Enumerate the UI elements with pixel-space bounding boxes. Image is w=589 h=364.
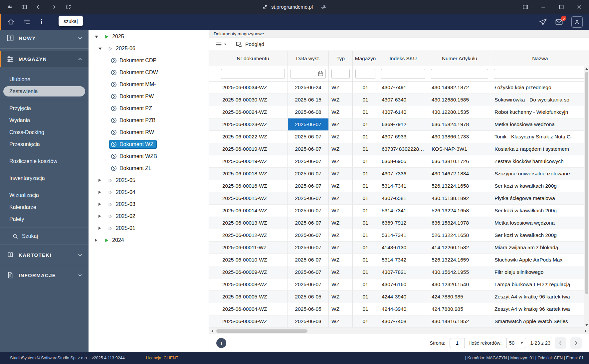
cell-indeks-sku[interactable]: 4307-6340 (378, 94, 428, 106)
cell-typ[interactable]: WZ (329, 143, 353, 155)
cell-data-wyst[interactable]: 2025-06-07 (288, 254, 329, 266)
cell-indeks-sku[interactable]: 4307-7336 (378, 168, 428, 180)
cell-indeks-sku[interactable]: 4143-6130 (378, 242, 428, 254)
cell-nazwa[interactable]: Ser kozi w kawałkach 200g (491, 180, 589, 192)
sidebar-section-informacje[interactable]: INFORMACJE (0, 268, 89, 283)
cell-data-wyst[interactable]: 2025-06-07 (288, 118, 329, 130)
cell-magazyn[interactable]: 01 (353, 303, 378, 315)
cell-data-wyst[interactable]: 2025-06-05 (288, 291, 329, 303)
cell-indeks-sku[interactable]: 5314-7342 (378, 254, 428, 266)
tune-icon[interactable] (321, 4, 326, 10)
row-selector-cell[interactable] (209, 266, 218, 278)
table-row[interactable]: 2025-06-00005-WZ2025-06-05WZ014244-39404… (209, 291, 589, 303)
cell-magazyn[interactable]: 01 (353, 168, 378, 180)
user-button[interactable] (571, 16, 583, 28)
table-row[interactable]: 2025-06-00030-WZ2025-06-15WZ014307-63404… (209, 94, 589, 106)
tree-item-dokument-pzb[interactable]: Dokument PZB (89, 114, 209, 126)
close-icon[interactable] (576, 4, 582, 10)
column-header-data-wyst[interactable]: Data wyst. (288, 51, 329, 66)
cell-indeks-sku[interactable]: 5314-7341 (378, 205, 428, 217)
cell-magazyn[interactable]: 01 (353, 131, 378, 143)
sidebar-item-zestawienia[interactable]: Zestawienia (3, 86, 85, 96)
cell-nazwa[interactable]: Lampa biurkowa LED z regulacją (491, 278, 589, 290)
table-row[interactable]: 2025-06-00003-WZ2025-06-03WZ014307-74084… (209, 315, 589, 328)
cell-nr-dokumentu[interactable]: 2025-06-00005-WZ (218, 291, 288, 303)
cell-indeks-sku[interactable]: 4307-7491 (378, 82, 428, 93)
tree-collapse-arrow-icon[interactable] (98, 215, 105, 218)
row-selector-cell[interactable] (209, 303, 218, 315)
row-selector-cell[interactable] (209, 106, 218, 118)
cell-magazyn[interactable]: 01 (353, 278, 378, 290)
cell-data-wyst[interactable]: 2025-06-15 (288, 94, 329, 106)
row-selector-cell[interactable] (209, 155, 218, 167)
sidebar-item-kalendarze[interactable]: Kalendarze (0, 201, 89, 213)
tree-item-2025-05[interactable]: 2025-05 (89, 174, 209, 186)
cell-data-wyst[interactable]: 2025-06-07 (288, 217, 329, 229)
cell-nr-dokumentu[interactable]: 2025-06-00019-WZ (218, 155, 288, 167)
next-page-button[interactable] (570, 337, 582, 349)
row-selector-cell[interactable] (209, 217, 218, 229)
column-header-nazwa[interactable]: Nazwa (491, 51, 589, 66)
cell-numer-artykulu[interactable]: 636.15824.1978 (428, 118, 491, 130)
cell-magazyn[interactable]: 01 (353, 254, 378, 266)
cell-nazwa[interactable]: Zeszyt A4 w kratkę 96 kartek twa (491, 303, 589, 315)
records-per-page-select[interactable]: 50 (506, 338, 526, 348)
table-row[interactable]: 2025-06-00014-WZ2025-06-07WZ015314-73415… (209, 205, 589, 217)
cell-numer-artykulu[interactable]: 430.14982.1872 (428, 82, 491, 93)
cell-data-wyst[interactable]: 2025-06-07 (288, 229, 329, 241)
cell-numer-artykulu[interactable]: 636.13810.1726 (428, 155, 491, 167)
tree-item-2025-06[interactable]: 2025-06 (89, 43, 209, 55)
cell-typ[interactable]: WZ (329, 254, 353, 266)
table-row[interactable]: 2025-06-00019-WZ2025-06-07WZ016368-69056… (209, 155, 589, 168)
column-header-magazyn[interactable]: Magazyn (353, 51, 378, 66)
tree-item-dokument-pz[interactable]: Dokument PZ (89, 102, 209, 114)
cell-nazwa[interactable]: Łożysko koła przedniego (491, 82, 589, 93)
cell-typ[interactable]: WZ (329, 205, 353, 217)
cell-typ[interactable]: WZ (329, 315, 353, 327)
table-row[interactable]: 2025-06-00023-WZ2025-06-07WZ016369-79126… (209, 118, 589, 131)
cell-indeks-sku[interactable]: 4307-6160 (378, 278, 428, 290)
cell-nazwa[interactable]: Robot kuchenny - Wielofunkcyjn (491, 106, 589, 118)
cell-nr-dokumentu[interactable]: 2025-06-00018-WZ (218, 168, 288, 180)
tree-item-dokument-cdp[interactable]: Dokument CDP (89, 55, 209, 67)
cell-typ[interactable]: WZ (329, 192, 353, 204)
horizontal-scrollbar-thumb[interactable] (216, 329, 307, 333)
cell-nazwa[interactable]: Miara zwijana 5m z blokadą (491, 242, 589, 254)
table-row[interactable]: 2025-06-00013-WZ2025-06-07WZ016369-79126… (209, 217, 589, 229)
cell-numer-artykulu[interactable]: 430.14672.1834 (428, 168, 491, 180)
sidebar-item-szukaj[interactable]: Szukaj (0, 230, 89, 242)
sidebar-item-rozliczenie-kosztow[interactable]: Rozliczenie kosztów (0, 155, 89, 167)
cell-numer-artykulu[interactable]: 414.12260.1532 (428, 242, 491, 254)
cell-data-wyst[interactable]: 2025-06-07 (288, 180, 329, 192)
filter-input-magazyn[interactable] (355, 69, 375, 79)
cell-nr-dokumentu[interactable]: 2025-06-00015-WZ (218, 192, 288, 204)
cell-data-wyst[interactable]: 2025-06-07 (288, 131, 329, 143)
scroll-up-icon[interactable] (584, 67, 589, 71)
sidebar-section-magazyn[interactable]: MAGAZYN (0, 51, 89, 67)
cell-nr-dokumentu[interactable]: 2025-06-00023-WZ (218, 118, 288, 130)
table-row[interactable]: 2025-06-00015-WZ2025-06-07WZ014307-65814… (209, 192, 589, 205)
cell-typ[interactable]: WZ (329, 266, 353, 278)
cell-numer-artykulu[interactable]: 636.15824.1978 (428, 217, 491, 229)
filter-input-data-wyst[interactable] (291, 69, 326, 79)
preview-button[interactable]: Podgląd (236, 41, 264, 48)
cell-nazwa[interactable]: Szczypce uniwersalne izolowane (491, 168, 589, 180)
nav-tree-icon[interactable] (23, 18, 31, 26)
cell-numer-artykulu[interactable]: 424.7880.985 (428, 303, 491, 315)
cell-data-wyst[interactable]: 2025-06-07 (288, 192, 329, 204)
scroll-right-icon[interactable] (583, 328, 588, 334)
table-row[interactable]: 2025-06-00012-WZ2025-06-07WZ015314-73415… (209, 229, 589, 242)
sidebar-item-przesuniecia[interactable]: Przesunięcia (0, 138, 89, 150)
sidebar-toggle-icon[interactable] (21, 4, 27, 10)
home-icon[interactable] (7, 18, 15, 26)
cell-magazyn[interactable]: 01 (353, 82, 378, 93)
tree-item-dokument-rw[interactable]: Dokument RW (89, 126, 209, 138)
cell-numer-artykulu[interactable]: 430.15642.1955 (428, 266, 491, 278)
cell-magazyn[interactable]: 01 (353, 266, 378, 278)
cell-nr-dokumentu[interactable]: 2025-06-00009-WZ (218, 266, 288, 278)
row-selector-cell[interactable] (209, 229, 218, 241)
grid-menu-button[interactable] (216, 41, 227, 48)
column-header-numer-artykulu[interactable]: Numer Artykułu (428, 51, 491, 66)
tree-item-dokument-cdw[interactable]: Dokument CDW (89, 67, 209, 79)
cell-typ[interactable]: WZ (329, 217, 353, 229)
